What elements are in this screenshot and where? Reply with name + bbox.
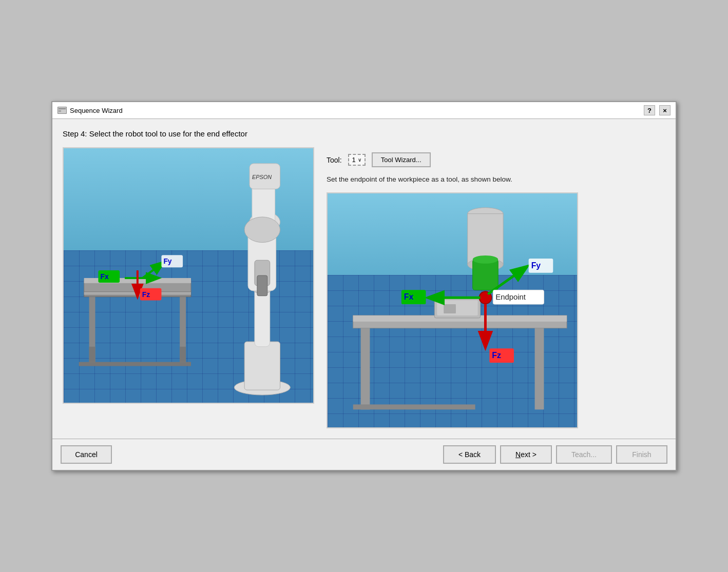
footer-right: < Back Next > Teach... Finish <box>443 445 667 464</box>
endpoint-diagram-image: Fx Fy Fz Endpoint <box>327 192 578 428</box>
right-panel: Tool: 1 ∨ Tool Wizard... Set the endpoin… <box>327 147 665 428</box>
robot-tool-right <box>468 207 503 290</box>
svg-text:Fx: Fx <box>404 292 414 301</box>
finish-button[interactable]: Finish <box>616 445 667 464</box>
svg-line-28 <box>143 263 163 279</box>
svg-text:Fz: Fz <box>492 351 501 360</box>
tool-description: Set the endpoint of the workpiece as a t… <box>327 174 593 185</box>
svg-text:Fx: Fx <box>100 272 108 281</box>
robot-scene-left: EPSON <box>64 148 313 403</box>
step-title: Step 4: Select the robot tool to use for… <box>63 129 665 138</box>
next-label: Next > <box>515 450 537 459</box>
tool-row: Tool: 1 ∨ Tool Wizard... <box>327 152 665 167</box>
robot-arm-left: EPSON <box>234 164 290 395</box>
svg-text:Fy: Fy <box>531 261 541 269</box>
svg-rect-25 <box>257 275 267 296</box>
back-button[interactable]: < Back <box>443 445 496 464</box>
svg-text:Fz: Fz <box>142 290 150 299</box>
svg-point-47 <box>473 255 499 264</box>
svg-rect-38 <box>535 328 544 409</box>
tool-wizard-button[interactable]: Tool Wizard... <box>372 152 431 167</box>
svg-text:EPSON: EPSON <box>252 174 272 180</box>
footer: Cancel < Back Next > Teach... Finish <box>52 439 676 470</box>
help-button[interactable]: ? <box>644 105 655 115</box>
window-title: Sequence Wizard <box>70 107 123 114</box>
svg-rect-10 <box>180 347 186 362</box>
title-bar-controls: ? × <box>644 105 670 115</box>
title-bar: Sequence Wizard ? × <box>52 102 676 119</box>
svg-rect-41 <box>437 300 477 315</box>
svg-rect-9 <box>89 347 95 362</box>
svg-rect-46 <box>473 259 499 289</box>
close-button[interactable]: × <box>659 105 670 115</box>
tool-dropdown[interactable]: 1 ∨ <box>348 154 366 166</box>
title-bar-left: Sequence Wizard <box>58 107 123 114</box>
sequence-wizard-window: Sequence Wizard ? × Step 4: Select the r… <box>51 101 677 470</box>
robot-overview-image: EPSON <box>63 147 314 404</box>
svg-rect-15 <box>244 342 280 390</box>
svg-rect-3 <box>59 110 61 111</box>
next-button[interactable]: Next > <box>500 445 552 464</box>
tool-label: Tool: <box>327 156 342 164</box>
table-right <box>353 298 567 409</box>
svg-rect-2 <box>59 108 66 109</box>
svg-rect-39 <box>353 404 475 409</box>
svg-rect-42 <box>444 304 456 313</box>
cancel-button[interactable]: Cancel <box>61 445 112 464</box>
svg-rect-4 <box>59 111 61 112</box>
main-area: EPSON <box>63 147 665 428</box>
svg-rect-37 <box>361 328 370 409</box>
endpoint-scene: Fx Fy Fz Endpoint <box>328 193 577 427</box>
footer-left: Cancel <box>61 445 112 464</box>
svg-text:Endpoint: Endpoint <box>495 293 526 301</box>
svg-point-21 <box>244 217 280 243</box>
svg-rect-11 <box>79 362 191 366</box>
dialog-content: Step 4: Select the robot tool to use for… <box>52 119 676 438</box>
svg-text:Fy: Fy <box>163 258 171 266</box>
teach-button[interactable]: Teach... <box>556 445 612 464</box>
window-icon <box>58 107 67 114</box>
table-left <box>79 278 191 366</box>
